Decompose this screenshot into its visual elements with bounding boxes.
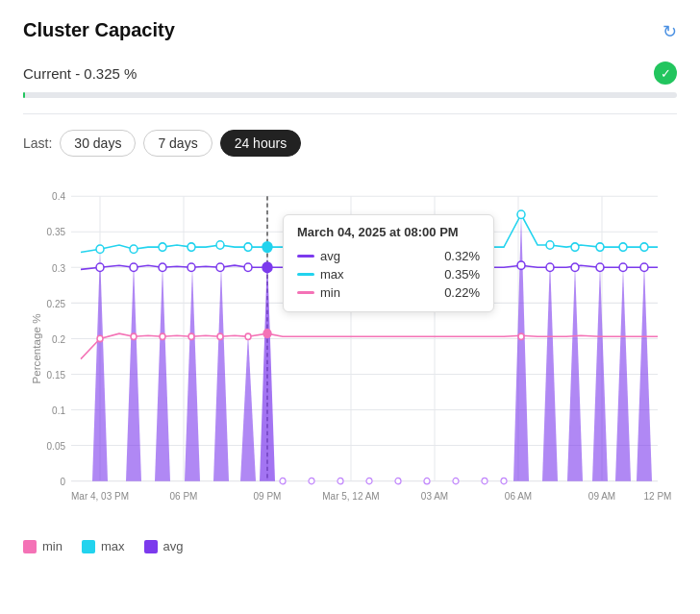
card-header: Cluster Capacity ↻ xyxy=(23,19,677,42)
legend-avg-label: avg xyxy=(163,539,184,553)
svg-marker-45 xyxy=(592,265,608,480)
refresh-icon[interactable]: ↻ xyxy=(662,21,677,42)
progress-bar-fill xyxy=(23,92,25,98)
progress-bar-background xyxy=(23,92,677,98)
svg-point-63 xyxy=(159,243,166,251)
svg-point-87 xyxy=(424,478,430,483)
svg-point-70 xyxy=(571,243,579,251)
svg-point-52 xyxy=(216,263,224,271)
svg-text:09 PM: 09 PM xyxy=(254,490,282,501)
tooltip-avg-dot xyxy=(297,255,314,258)
svg-text:0.4: 0.4 xyxy=(52,191,65,202)
legend-min: min xyxy=(23,539,62,553)
svg-point-77 xyxy=(188,333,194,339)
tooltip-min-label: min xyxy=(320,285,340,300)
svg-point-51 xyxy=(188,263,195,271)
svg-point-73 xyxy=(640,243,648,251)
svg-point-57 xyxy=(571,263,579,271)
tooltip-max-label: max xyxy=(320,267,344,282)
svg-point-88 xyxy=(453,478,459,483)
svg-point-74 xyxy=(97,335,103,341)
svg-point-83 xyxy=(309,478,314,483)
svg-point-64 xyxy=(188,243,195,251)
svg-marker-44 xyxy=(567,265,583,480)
svg-marker-41 xyxy=(260,256,275,481)
chart-tooltip: March 04, 2025 at 08:00 PM avg 0.32% max… xyxy=(283,214,494,312)
svg-marker-35 xyxy=(92,252,108,480)
filter-7days[interactable]: 7 days xyxy=(143,130,212,157)
svg-text:0.25: 0.25 xyxy=(47,298,66,308)
svg-point-84 xyxy=(338,478,343,483)
tooltip-avg-value: 0.32% xyxy=(444,249,480,263)
svg-text:0.2: 0.2 xyxy=(52,333,65,344)
svg-text:0.1: 0.1 xyxy=(52,405,65,416)
status-check-icon: ✓ xyxy=(654,61,677,85)
svg-text:0: 0 xyxy=(60,477,65,487)
svg-text:Percentage %: Percentage % xyxy=(31,313,42,383)
tooltip-min-value: 0.22% xyxy=(444,285,480,300)
current-section: Current - 0.325 % ✓ xyxy=(23,61,677,98)
svg-point-68 xyxy=(517,210,525,218)
svg-point-76 xyxy=(160,333,165,339)
svg-point-62 xyxy=(130,245,138,253)
tooltip-min-dot xyxy=(297,291,314,294)
svg-point-82 xyxy=(280,478,286,483)
svg-point-65 xyxy=(216,241,224,249)
legend-avg-color xyxy=(144,540,158,553)
svg-text:12 PM: 12 PM xyxy=(644,490,672,501)
tooltip-row-min: min 0.22% xyxy=(297,283,480,302)
svg-text:06 AM: 06 AM xyxy=(505,490,532,501)
svg-text:03 AM: 03 AM xyxy=(421,490,448,501)
svg-point-50 xyxy=(159,263,166,271)
chart-legend: min max avg xyxy=(23,531,677,553)
legend-max: max xyxy=(82,539,125,553)
svg-point-79 xyxy=(245,333,251,339)
svg-point-59 xyxy=(619,263,627,271)
cluster-capacity-card: Cluster Capacity ↻ Current - 0.325 % ✓ L… xyxy=(0,0,700,614)
time-filter-label: Last: xyxy=(23,135,52,151)
legend-max-color xyxy=(82,540,95,553)
svg-point-89 xyxy=(482,478,488,483)
tooltip-date: March 04, 2025 at 08:00 PM xyxy=(297,225,480,239)
svg-marker-43 xyxy=(542,259,558,481)
svg-point-67 xyxy=(262,242,272,253)
filter-24hours[interactable]: 24 hours xyxy=(220,130,301,157)
svg-point-61 xyxy=(96,245,104,253)
tooltip-left-avg: avg xyxy=(297,249,340,263)
svg-point-58 xyxy=(596,263,604,271)
svg-point-86 xyxy=(395,478,401,483)
svg-text:06 PM: 06 PM xyxy=(170,490,198,501)
svg-text:Mar 4, 03 PM: Mar 4, 03 PM xyxy=(71,490,129,501)
chart-area: Percentage % 0.4 0.35 0.3 0.25 0.2 0.15 … xyxy=(23,176,677,522)
svg-point-80 xyxy=(263,330,271,337)
tooltip-max-dot xyxy=(297,273,314,276)
tooltip-max-value: 0.35% xyxy=(444,267,480,282)
svg-point-78 xyxy=(217,333,223,339)
divider xyxy=(23,113,677,114)
legend-min-label: min xyxy=(42,539,62,553)
svg-point-69 xyxy=(546,241,554,249)
svg-text:Mar 5, 12 AM: Mar 5, 12 AM xyxy=(322,490,379,501)
svg-marker-40 xyxy=(240,333,256,481)
svg-marker-42 xyxy=(513,214,529,480)
svg-point-60 xyxy=(640,263,648,271)
legend-max-label: max xyxy=(101,539,125,553)
svg-marker-39 xyxy=(213,265,229,480)
svg-point-49 xyxy=(130,263,138,271)
svg-marker-47 xyxy=(637,263,652,481)
svg-marker-37 xyxy=(155,265,170,480)
svg-point-66 xyxy=(244,243,252,251)
filter-30days[interactable]: 30 days xyxy=(60,130,136,157)
tooltip-row-max: max 0.35% xyxy=(297,265,480,283)
svg-point-81 xyxy=(518,333,524,339)
svg-point-56 xyxy=(546,263,554,271)
tooltip-left-min: min xyxy=(297,285,340,300)
svg-point-90 xyxy=(501,478,507,483)
svg-point-48 xyxy=(96,263,104,271)
svg-point-71 xyxy=(596,243,604,251)
svg-text:0.15: 0.15 xyxy=(47,369,66,380)
svg-point-55 xyxy=(517,261,525,269)
svg-point-75 xyxy=(131,333,137,339)
svg-marker-36 xyxy=(126,262,141,481)
svg-point-72 xyxy=(619,243,627,251)
